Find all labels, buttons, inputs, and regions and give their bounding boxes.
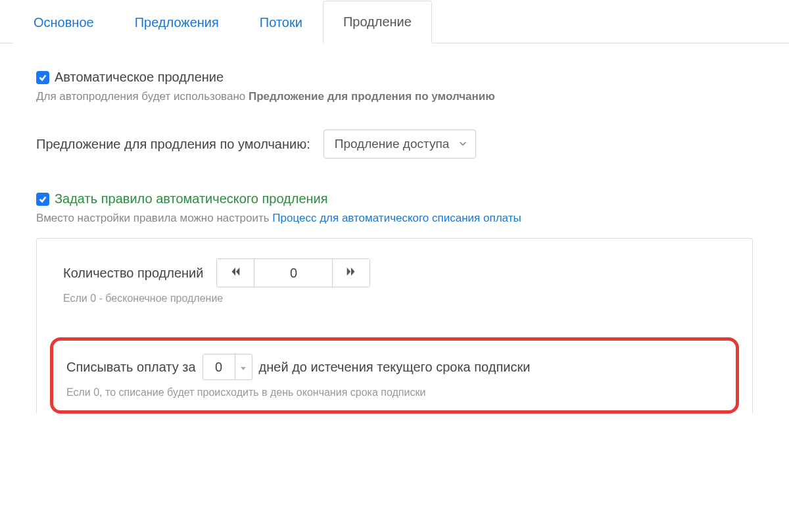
caret-down-icon [240, 360, 247, 375]
charge-days-suffix: дней до истечения текущего срока подписк… [259, 360, 531, 375]
renewal-count-label: Количество продлений [63, 266, 203, 281]
rule-checkbox[interactable] [36, 193, 49, 206]
charge-days-highlight: Списывать оплату за 0 дней до истечения … [50, 337, 739, 414]
default-offer-value: Продление доступа [335, 137, 450, 151]
default-offer-row: Предложение для продления по умолчанию: … [36, 130, 753, 158]
rule-hint: Вместо настройки правила можно настроить… [36, 212, 753, 225]
renewal-count-row: Количество продлений 0 [63, 258, 726, 287]
rule-row: Задать правило автоматического продления [36, 191, 753, 206]
auto-renew-hint-bold: Предложение для продления по умолчанию [249, 90, 495, 103]
default-offer-label: Предложение для продления по умолчанию: [36, 137, 310, 152]
auto-renew-hint: Для автопродления будет использовано Пре… [36, 90, 753, 103]
charge-days-prefix: Списывать оплату за [66, 360, 196, 375]
rule-hint-prefix: Вместо настройки правила можно настроить [36, 212, 272, 224]
double-chevron-left-icon [229, 266, 241, 281]
rule-label: Задать правило автоматического продления [55, 191, 328, 206]
tab-renewal[interactable]: Продление [323, 1, 432, 43]
charge-days-hint: Если 0, то списание будет происходить в … [66, 387, 723, 399]
renewal-count-value[interactable]: 0 [254, 259, 333, 287]
double-chevron-right-icon [345, 266, 357, 281]
auto-renew-checkbox[interactable] [36, 71, 49, 84]
auto-renew-label: Автоматическое продление [55, 70, 224, 85]
stepper-decrement-button[interactable] [217, 259, 254, 287]
renewal-count-stepper: 0 [216, 258, 370, 287]
charge-days-value[interactable]: 0 [203, 354, 235, 379]
chevron-down-icon [458, 137, 467, 151]
tab-content-renewal: Автоматическое продление Для автопродлен… [0, 43, 789, 414]
tab-main[interactable]: Основное [13, 1, 114, 43]
tab-bar: Основное Предложения Потоки Продление [0, 0, 789, 43]
stepper-increment-button[interactable] [333, 259, 370, 287]
rule-hint-link[interactable]: Процесс для автоматического списания опл… [272, 212, 521, 224]
charge-days-input: 0 [203, 354, 252, 380]
rule-settings-box: Количество продлений 0 Если 0 - бесконеч… [36, 238, 753, 414]
default-offer-select[interactable]: Продление доступа [323, 130, 477, 158]
auto-renew-row: Автоматическое продление [36, 70, 753, 85]
tab-streams[interactable]: Потоки [239, 1, 323, 43]
auto-renew-hint-prefix: Для автопродления будет использовано [36, 90, 249, 103]
charge-days-dropdown-button[interactable] [235, 354, 252, 379]
tab-offers[interactable]: Предложения [114, 1, 239, 43]
charge-days-row: Списывать оплату за 0 дней до истечения … [66, 354, 723, 380]
renewal-count-hint: Если 0 - бесконечное продление [63, 293, 726, 304]
